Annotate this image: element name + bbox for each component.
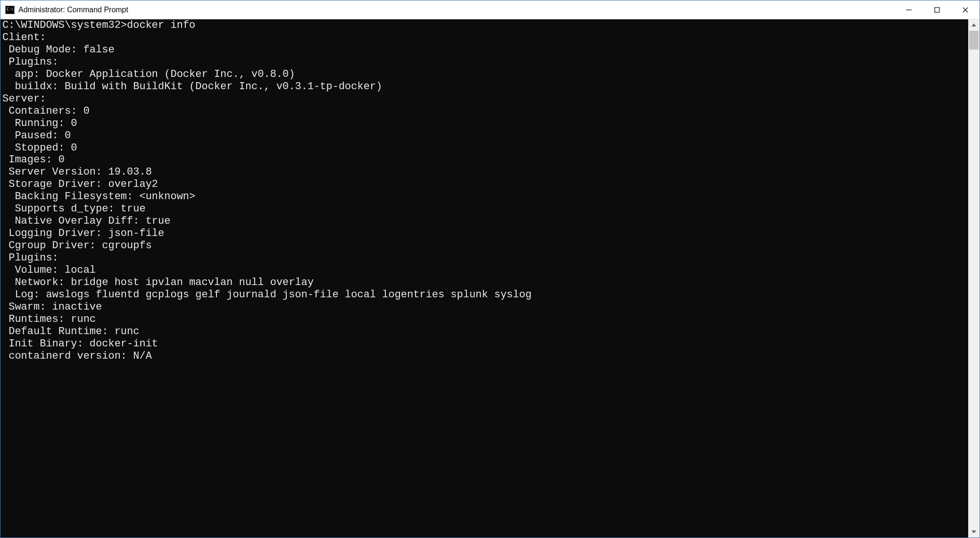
terminal-line: Default Runtime: runc bbox=[2, 326, 966, 338]
close-button[interactable] bbox=[951, 0, 980, 19]
terminal-line: Log: awslogs fluentd gcplogs gelf journa… bbox=[2, 289, 966, 301]
titlebar[interactable]: Administrator: Command Prompt bbox=[0, 0, 980, 19]
terminal-line: Stopped: 0 bbox=[2, 142, 966, 154]
terminal-line: Storage Driver: overlay2 bbox=[2, 178, 966, 191]
terminal-line: Backing Filesystem: <unknown> bbox=[2, 191, 966, 203]
terminal-line: Images: 0 bbox=[2, 154, 966, 166]
minimize-icon bbox=[905, 7, 912, 13]
cmd-icon bbox=[5, 6, 15, 14]
terminal-line: app: Docker Application (Docker Inc., v0… bbox=[2, 68, 966, 81]
terminal-line: Paused: 0 bbox=[2, 130, 966, 142]
terminal-line: Plugins: bbox=[2, 252, 966, 264]
terminal-line: Running: 0 bbox=[2, 118, 966, 130]
terminal-line: Debug Mode: false bbox=[2, 44, 966, 56]
terminal-line: Init Binary: docker-init bbox=[2, 338, 966, 350]
terminal-line: Server: bbox=[2, 93, 966, 105]
window-controls bbox=[895, 0, 980, 19]
svg-rect-1 bbox=[935, 8, 939, 12]
scroll-up-arrow[interactable] bbox=[968, 19, 980, 31]
vertical-scrollbar[interactable] bbox=[968, 19, 980, 538]
terminal-line: Native Overlay Diff: true bbox=[2, 215, 966, 227]
terminal-line: Containers: 0 bbox=[2, 105, 966, 118]
window-title: Administrator: Command Prompt bbox=[18, 6, 895, 14]
terminal-line: containerd version: N/A bbox=[2, 350, 966, 362]
terminal-line: buildx: Build with BuildKit (Docker Inc.… bbox=[2, 81, 966, 93]
terminal-line: Server Version: 19.03.8 bbox=[2, 166, 966, 178]
maximize-button[interactable] bbox=[923, 0, 951, 19]
terminal-line: Supports d_type: true bbox=[2, 203, 966, 215]
scroll-track[interactable] bbox=[968, 31, 980, 526]
terminal-line: C:\WINDOWS\system32>docker info bbox=[2, 19, 966, 32]
terminal-line: Plugins: bbox=[2, 56, 966, 68]
terminal-line: Runtimes: runc bbox=[2, 313, 966, 326]
close-icon bbox=[962, 7, 969, 13]
command-prompt-window: Administrator: Command Prompt C:\WINDOWS… bbox=[0, 0, 980, 538]
minimize-button[interactable] bbox=[895, 0, 923, 19]
scroll-down-arrow[interactable] bbox=[968, 526, 980, 538]
maximize-icon bbox=[934, 7, 940, 13]
scroll-thumb[interactable] bbox=[969, 31, 979, 50]
terminal-line: Swarm: inactive bbox=[2, 301, 966, 313]
chevron-down-icon bbox=[972, 530, 976, 533]
chevron-up-icon bbox=[972, 24, 976, 26]
terminal-line: Logging Driver: json-file bbox=[2, 227, 966, 240]
terminal-line: Client: bbox=[2, 32, 966, 44]
content-area: C:\WINDOWS\system32>docker infoClient: D… bbox=[0, 19, 980, 538]
terminal-line: Cgroup Driver: cgroupfs bbox=[2, 240, 966, 252]
terminal-line: Network: bridge host ipvlan macvlan null… bbox=[2, 277, 966, 289]
terminal-output[interactable]: C:\WINDOWS\system32>docker infoClient: D… bbox=[0, 19, 968, 538]
terminal-line: Volume: local bbox=[2, 264, 966, 277]
